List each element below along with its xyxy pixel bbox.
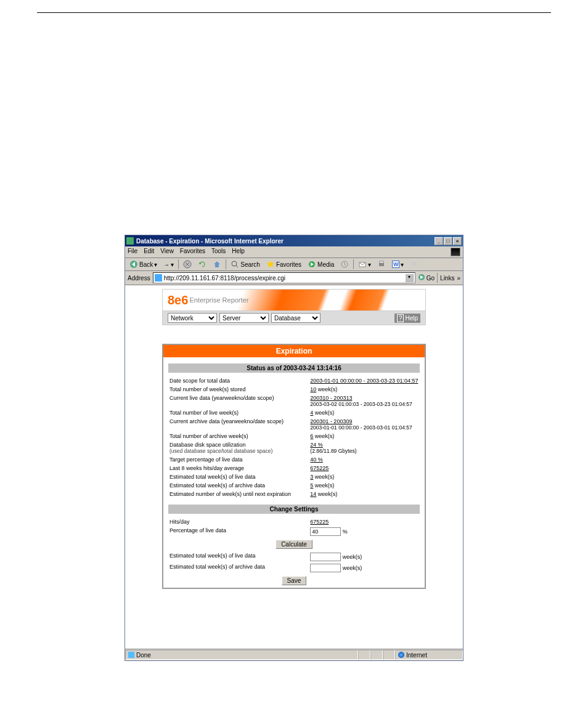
favorites-button[interactable]: Favorites bbox=[264, 259, 303, 269]
menubar: File Edit View Favorites Tools Help bbox=[125, 246, 463, 258]
stop-icon bbox=[183, 260, 192, 269]
content-area[interactable]: 8e6 Enterprise Reporter Network Server D… bbox=[125, 285, 463, 649]
separator bbox=[353, 259, 354, 269]
menu-file[interactable]: File bbox=[128, 248, 137, 256]
settings-header: Change Settings bbox=[168, 505, 420, 514]
discuss-button[interactable] bbox=[408, 259, 420, 269]
address-dropdown-icon[interactable]: ▾ bbox=[405, 274, 414, 282]
nav-select-row: Network Server Database ? Help bbox=[162, 311, 426, 325]
svg-rect-8 bbox=[380, 261, 383, 263]
settings-row: Hits/day675225 bbox=[169, 517, 419, 526]
expiration-panel: Expiration Status as of 2003-03-24 13:14… bbox=[162, 344, 426, 589]
menu-tools[interactable]: Tools bbox=[211, 248, 226, 256]
status-cell bbox=[370, 650, 383, 660]
chevron-right-icon[interactable]: » bbox=[457, 275, 460, 282]
history-button[interactable] bbox=[338, 259, 351, 269]
settings-row: Estimated total week(s) of archive data … bbox=[169, 562, 419, 574]
settings-rows: Hits/day675225 Percentage of live data %… bbox=[163, 517, 425, 588]
page-icon bbox=[155, 274, 162, 282]
links-label[interactable]: Links bbox=[440, 275, 454, 282]
logo-subtitle: Enterprise Reporter bbox=[189, 296, 248, 304]
dropdown-arrow-icon: ▾ bbox=[171, 261, 174, 268]
status-row: Date scope for total data2003-01-01 00:0… bbox=[169, 376, 419, 385]
address-label: Address bbox=[128, 275, 150, 282]
est-arch-input[interactable] bbox=[310, 564, 341, 572]
go-button[interactable]: Go bbox=[418, 274, 435, 282]
address-input[interactable] bbox=[164, 275, 405, 282]
go-label: Go bbox=[427, 275, 435, 282]
status-row: Estimated total week(s) of live data3 we… bbox=[169, 473, 419, 481]
status-rows: Date scope for total data2003-01-01 00:0… bbox=[163, 376, 425, 498]
dropdown-arrow-icon: ▾ bbox=[401, 261, 404, 268]
print-button[interactable] bbox=[375, 259, 388, 269]
refresh-icon bbox=[198, 260, 206, 269]
address-field-wrap[interactable]: ▾ bbox=[153, 272, 415, 283]
minimize-button[interactable]: _ bbox=[435, 237, 443, 245]
status-cell bbox=[383, 650, 395, 660]
svg-rect-9 bbox=[411, 262, 417, 266]
back-arrow-icon bbox=[129, 260, 138, 269]
svg-point-2 bbox=[232, 261, 237, 266]
calculate-button[interactable]: Calculate bbox=[276, 540, 312, 549]
forward-arrow-icon: → bbox=[163, 261, 169, 268]
media-label: Media bbox=[317, 261, 334, 268]
status-row: Total number of live week(s)4 week(s) bbox=[169, 408, 419, 417]
favorites-label: Favorites bbox=[276, 261, 301, 268]
server-select[interactable]: Server bbox=[219, 313, 269, 323]
edit-button[interactable]: W▾ bbox=[390, 260, 406, 269]
help-icon: ? bbox=[397, 314, 404, 322]
status-row: Current live data (yearweekno/date scope… bbox=[169, 394, 419, 408]
database-select[interactable]: Database bbox=[271, 313, 321, 323]
media-button[interactable]: Media bbox=[306, 259, 336, 269]
save-button[interactable]: Save bbox=[282, 576, 307, 585]
media-icon bbox=[308, 260, 316, 269]
close-button[interactable]: × bbox=[453, 237, 462, 245]
status-row: Estimated total week(s) of archive data5… bbox=[169, 481, 419, 490]
est-live-input[interactable] bbox=[310, 553, 341, 561]
panel-title: Expiration bbox=[163, 345, 425, 357]
search-label: Search bbox=[240, 261, 260, 268]
dropdown-arrow-icon: ▾ bbox=[368, 261, 371, 268]
ie-logo-icon bbox=[451, 248, 460, 256]
status-cell bbox=[358, 650, 370, 660]
refresh-button[interactable] bbox=[196, 259, 208, 269]
maximize-button[interactable]: □ bbox=[444, 237, 452, 245]
separator bbox=[437, 273, 438, 283]
network-select[interactable]: Network bbox=[168, 313, 217, 323]
stop-button[interactable] bbox=[181, 259, 194, 269]
internet-icon bbox=[398, 652, 404, 658]
go-icon bbox=[418, 274, 425, 282]
settings-row: Percentage of live data % bbox=[169, 526, 419, 537]
back-button[interactable]: Back ▾ bbox=[128, 259, 159, 269]
status-zone: Internet bbox=[395, 650, 463, 660]
dropdown-arrow-icon: ▾ bbox=[154, 261, 157, 268]
page-divider bbox=[37, 12, 551, 13]
status-row: Database disk space utilization(used dat… bbox=[169, 440, 419, 455]
menu-view[interactable]: View bbox=[160, 248, 174, 256]
page-icon bbox=[128, 652, 134, 658]
status-row: Estimated number of week(s) until next e… bbox=[169, 490, 419, 498]
print-icon bbox=[377, 260, 386, 269]
svg-line-3 bbox=[236, 266, 238, 267]
menu-edit[interactable]: Edit bbox=[144, 248, 154, 256]
separator bbox=[178, 259, 179, 269]
mail-button[interactable]: ▾ bbox=[356, 259, 373, 269]
search-button[interactable]: Search bbox=[229, 259, 262, 269]
search-icon bbox=[231, 260, 239, 269]
menu-help[interactable]: Help bbox=[232, 248, 245, 256]
help-link[interactable]: ? Help bbox=[394, 314, 420, 323]
window-title: Database - Expiration - Microsoft Intern… bbox=[136, 238, 435, 245]
home-icon bbox=[213, 260, 221, 269]
status-row: Last 8 weeks hits/day average675225 bbox=[169, 464, 419, 473]
mail-icon bbox=[358, 260, 367, 269]
statusbar: Done Internet bbox=[125, 649, 463, 660]
forward-button[interactable]: → ▾ bbox=[161, 261, 176, 269]
status-row: Total number of week(s) stored10 week(s) bbox=[169, 385, 419, 394]
addressbar: Address ▾ Go Links » bbox=[125, 271, 463, 285]
favorites-icon bbox=[266, 260, 275, 269]
menu-favorites[interactable]: Favorites bbox=[180, 248, 205, 256]
toolbar: Back ▾ → ▾ Search Favorites Media ▾ W▾ bbox=[125, 258, 463, 271]
percentage-input[interactable] bbox=[310, 527, 341, 536]
svg-rect-7 bbox=[379, 263, 384, 266]
home-button[interactable] bbox=[211, 259, 223, 269]
